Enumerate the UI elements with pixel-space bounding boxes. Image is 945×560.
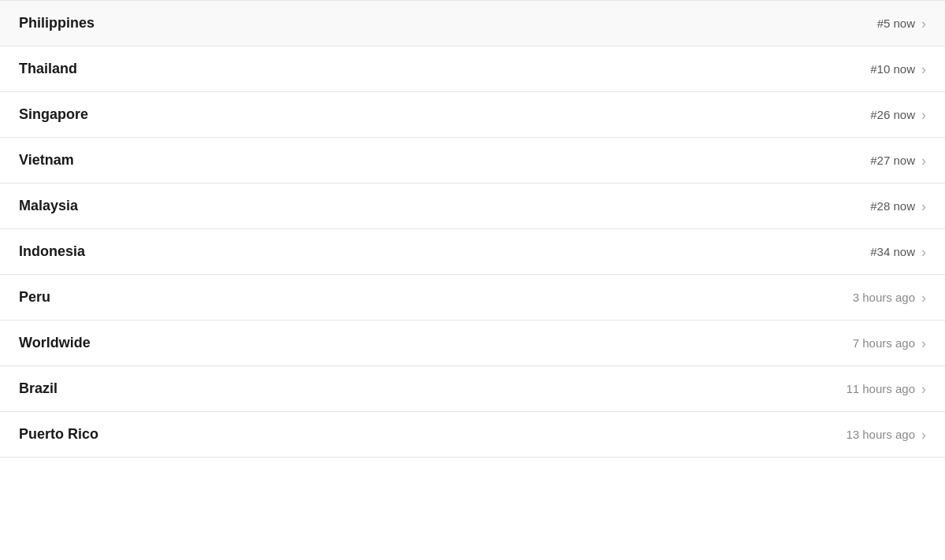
list-item[interactable]: Singapore#26 now› [0,92,945,138]
item-status: #26 now [870,108,915,121]
item-right: #26 now› [870,108,926,122]
list-item[interactable]: Thailand#10 now› [0,46,945,92]
list-item[interactable]: Brazil11 hours ago› [0,366,945,412]
item-name: Indonesia [19,243,85,260]
list-item[interactable]: Vietnam#27 now› [0,138,945,184]
item-name: Brazil [19,380,57,397]
item-name: Worldwide [19,335,91,351]
item-status: 11 hours ago [846,382,915,395]
item-right: #28 now› [870,199,926,213]
chevron-right-icon: › [921,199,926,213]
chevron-right-icon: › [921,17,926,31]
item-name: Peru [19,289,50,306]
chevron-right-icon: › [921,108,926,122]
item-name: Malaysia [19,198,78,214]
chevron-right-icon: › [921,154,926,168]
chevron-right-icon: › [921,245,926,259]
item-name: Philippines [19,15,94,32]
item-right: #34 now› [870,245,926,259]
item-status: #34 now [870,245,915,258]
chevron-right-icon: › [921,428,926,442]
item-status: #27 now [870,154,915,167]
item-right: #5 now› [877,17,926,31]
chevron-right-icon: › [921,291,926,305]
chevron-right-icon: › [921,382,926,396]
item-status: 3 hours ago [853,291,915,304]
item-name: Singapore [19,106,88,123]
item-status: #10 now [870,62,915,76]
chevron-right-icon: › [921,62,926,76]
list-item[interactable]: Philippines#5 now› [0,0,945,46]
chevron-right-icon: › [921,336,926,350]
item-name: Puerto Rico [19,426,98,443]
item-status: 13 hours ago [846,428,915,441]
item-right: 11 hours ago› [846,382,926,396]
item-right: 7 hours ago› [853,336,926,350]
item-right: 13 hours ago› [846,428,926,442]
list-item[interactable]: Worldwide7 hours ago› [0,321,945,366]
list-item[interactable]: Puerto Rico13 hours ago› [0,412,945,458]
item-right: #10 now› [870,62,926,76]
list-item[interactable]: Indonesia#34 now› [0,229,945,275]
item-right: #27 now› [870,154,926,168]
item-name: Thailand [19,61,77,77]
item-status: #28 now [870,199,915,213]
item-right: 3 hours ago› [853,291,926,305]
item-status: #5 now [877,17,915,30]
list-item[interactable]: Malaysia#28 now› [0,184,945,229]
item-name: Vietnam [19,152,74,169]
item-status: 7 hours ago [853,336,915,350]
trending-list: Philippines#5 now›Thailand#10 now›Singap… [0,0,945,458]
list-item[interactable]: Peru3 hours ago› [0,275,945,321]
